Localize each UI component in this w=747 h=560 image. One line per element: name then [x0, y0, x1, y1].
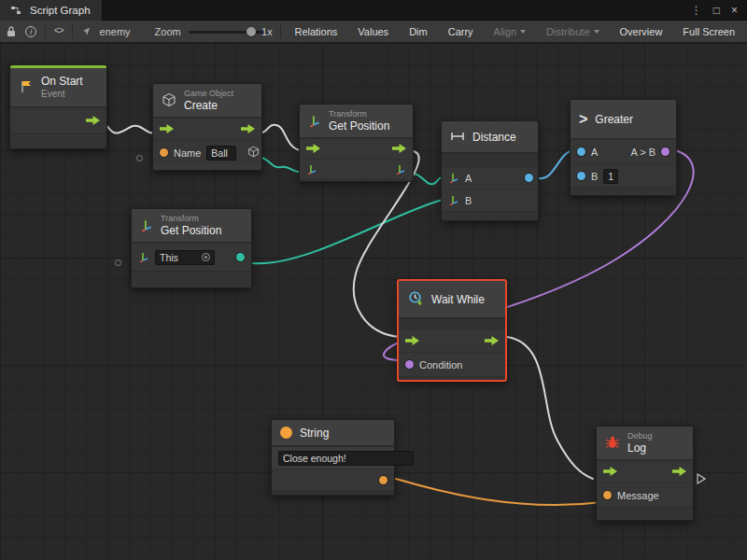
- node-footer: [132, 271, 251, 287]
- relations-button[interactable]: Relations: [288, 23, 344, 40]
- window-titlebar: Script Graph ⋮ □ ×: [0, 0, 747, 21]
- control-out-port[interactable]: [672, 467, 686, 478]
- control-out-port[interactable]: [392, 144, 406, 155]
- b-value-field[interactable]: [603, 169, 618, 184]
- node-get-position-a[interactable]: Transform Get Position: [299, 104, 414, 182]
- node-game-object-create[interactable]: Game Object Create Name: [152, 83, 262, 171]
- bug-icon: [605, 435, 620, 452]
- node-category: Transform: [161, 214, 221, 224]
- control-in-port[interactable]: [160, 124, 174, 135]
- dim-button[interactable]: Dim: [402, 23, 434, 40]
- tab-script-graph[interactable]: Script Graph: [0, 0, 103, 21]
- port-row: A A > B: [571, 139, 676, 163]
- close-icon[interactable]: ×: [731, 4, 738, 17]
- node-on-start-event[interactable]: On Start Event: [9, 64, 107, 149]
- node-header[interactable]: Wait While: [399, 281, 505, 318]
- port-row: [300, 138, 413, 159]
- relation-indicator-icon: [696, 472, 707, 489]
- wire-position-to-distance-b[interactable]: [253, 199, 445, 263]
- wire-onstart-to-create[interactable]: [99, 122, 157, 133]
- graph-toolbar: i <> enemy Zoom 1x Relations Values Dim …: [0, 21, 747, 43]
- port-row: [300, 159, 413, 179]
- control-out-port[interactable]: [485, 336, 499, 347]
- node-header[interactable]: Distance: [442, 121, 538, 153]
- vector3-output-port[interactable]: [236, 253, 245, 261]
- control-in-port[interactable]: [603, 467, 617, 478]
- name-field[interactable]: [206, 146, 236, 161]
- boolean-output-port[interactable]: [661, 147, 669, 156]
- distance-output-port[interactable]: [525, 174, 533, 182]
- zoom-label: Zoom: [155, 26, 181, 37]
- result-label: A > B: [630, 147, 655, 158]
- wire-string-to-message[interactable]: [396, 479, 602, 505]
- node-get-position-b[interactable]: Transform Get Position This: [131, 208, 252, 288]
- graph-asset-icon: [80, 23, 92, 40]
- window-controls: ⋮ □ ×: [691, 4, 747, 17]
- port-row: This: [132, 243, 251, 271]
- info-icon[interactable]: i: [25, 23, 37, 40]
- transform-axes-icon: [140, 218, 153, 233]
- overview-button[interactable]: Overview: [613, 23, 669, 40]
- node-header[interactable]: > Greater: [571, 100, 676, 139]
- node-distance[interactable]: Distance A B: [441, 120, 539, 221]
- node-header[interactable]: Debug Log: [597, 427, 693, 460]
- node-header[interactable]: Transform Get Position: [300, 105, 413, 138]
- node-header[interactable]: Transform Get Position: [132, 209, 251, 243]
- transform-input-port[interactable]: [306, 163, 317, 176]
- condition-input-port[interactable]: [405, 360, 414, 369]
- string-value-field[interactable]: [278, 451, 414, 466]
- distribute-button[interactable]: Distribute: [540, 23, 605, 40]
- vector3-input-port-a[interactable]: [448, 172, 459, 185]
- wire-create-to-getposition[interactable]: [258, 125, 304, 151]
- zoom-slider[interactable]: [189, 25, 242, 38]
- maximize-icon[interactable]: □: [713, 4, 720, 17]
- vector3-output-port[interactable]: [395, 163, 406, 176]
- name-port-label: Name: [174, 147, 201, 159]
- fullscreen-button[interactable]: Full Screen: [676, 23, 741, 40]
- zoom-slider-handle[interactable]: [247, 27, 256, 36]
- wire-waitwhile-to-log[interactable]: [507, 337, 593, 479]
- graph-canvas[interactable]: On Start Event Game Object Create: [0, 43, 747, 560]
- transform-input-port[interactable]: [138, 251, 149, 264]
- align-button[interactable]: Align: [487, 23, 532, 40]
- distance-ruler-icon: [450, 131, 465, 144]
- node-debug-log[interactable]: Debug Log Message: [596, 426, 694, 521]
- graph-name[interactable]: enemy: [100, 26, 131, 37]
- target-dropdown[interactable]: This: [155, 250, 215, 265]
- wire-gameobject-to-transform[interactable]: [258, 157, 304, 173]
- control-out-port[interactable]: [86, 116, 100, 127]
- name-input-port[interactable]: [160, 148, 168, 157]
- zoom-value: 1x: [261, 26, 273, 37]
- node-header[interactable]: String: [272, 420, 394, 446]
- message-input-port[interactable]: [603, 491, 612, 499]
- node-title: Create: [184, 99, 233, 112]
- control-out-port[interactable]: [241, 124, 255, 135]
- port-row: B: [571, 163, 676, 188]
- port-row: A: [442, 166, 538, 189]
- cube-icon: [162, 92, 176, 109]
- node-section-gap: [442, 153, 538, 166]
- control-in-port[interactable]: [306, 144, 320, 155]
- port-row: B: [442, 189, 538, 211]
- node-title: String: [300, 427, 329, 440]
- string-output-port[interactable]: [379, 476, 388, 484]
- code-icon[interactable]: <>: [52, 23, 64, 40]
- node-string-literal[interactable]: String: [271, 419, 395, 496]
- node-header[interactable]: Game Object Create: [153, 84, 261, 118]
- node-footer: [10, 133, 106, 148]
- values-button[interactable]: Values: [351, 23, 395, 40]
- input-port-a[interactable]: [577, 147, 585, 156]
- control-in-port[interactable]: [405, 336, 419, 347]
- vector3-input-port-b[interactable]: [448, 194, 459, 207]
- carry-button[interactable]: Carry: [442, 23, 480, 40]
- node-greater[interactable]: > Greater A A > B B: [570, 99, 677, 196]
- input-port-b[interactable]: [577, 172, 585, 180]
- node-wait-while[interactable]: Wait While Condition: [397, 279, 507, 382]
- greater-icon: >: [579, 112, 587, 127]
- node-header[interactable]: On Start Event: [10, 68, 106, 107]
- wait-clock-icon: [407, 290, 424, 309]
- menu-icon[interactable]: ⋮: [691, 4, 702, 17]
- lock-icon[interactable]: [6, 23, 18, 40]
- game-object-output-port[interactable]: [247, 146, 260, 160]
- node-footer: [272, 491, 394, 495]
